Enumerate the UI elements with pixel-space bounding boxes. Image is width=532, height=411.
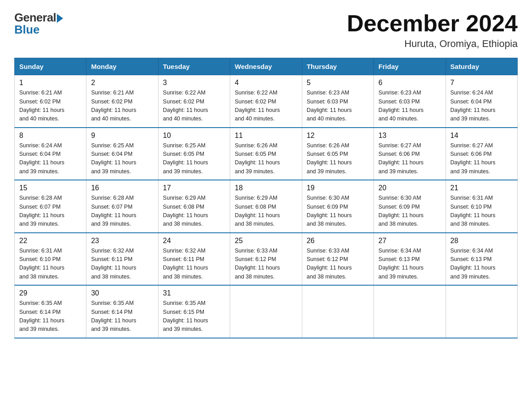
day-info: Sunrise: 6:31 AMSunset: 6:10 PMDaylight:… [19, 247, 82, 282]
month-title: December 2024 [347, 11, 518, 36]
day-cell [230, 285, 302, 338]
day-number: 22 [19, 237, 82, 245]
day-cell: 13 Sunrise: 6:27 AMSunset: 6:06 PMDaylig… [374, 128, 446, 180]
calendar-header: SundayMondayTuesdayWednesdayThursdayFrid… [15, 58, 518, 75]
day-cell: 22 Sunrise: 6:31 AMSunset: 6:10 PMDaylig… [15, 233, 86, 286]
day-cell: 9 Sunrise: 6:25 AMSunset: 6:04 PMDayligh… [86, 128, 158, 180]
day-cell: 31 Sunrise: 6:35 AMSunset: 6:15 PMDaylig… [158, 285, 230, 338]
day-cell: 6 Sunrise: 6:23 AMSunset: 6:03 PMDayligh… [374, 75, 446, 128]
day-number: 14 [450, 132, 513, 140]
day-cell [302, 285, 373, 338]
header-cell-friday: Friday [374, 58, 446, 75]
day-info: Sunrise: 6:33 AMSunset: 6:12 PMDaylight:… [235, 247, 297, 282]
day-cell: 1 Sunrise: 6:21 AMSunset: 6:02 PMDayligh… [15, 75, 86, 128]
day-number: 4 [235, 79, 297, 87]
day-cell: 30 Sunrise: 6:35 AMSunset: 6:14 PMDaylig… [86, 285, 158, 338]
day-number: 11 [235, 132, 297, 140]
day-info: Sunrise: 6:28 AMSunset: 6:07 PMDaylight:… [91, 194, 153, 229]
day-cell: 18 Sunrise: 6:29 AMSunset: 6:08 PMDaylig… [230, 180, 302, 233]
day-info: Sunrise: 6:34 AMSunset: 6:13 PMDaylight:… [378, 247, 441, 282]
day-info: Sunrise: 6:35 AMSunset: 6:14 PMDaylight:… [19, 299, 82, 334]
header-cell-thursday: Thursday [302, 58, 373, 75]
day-cell: 2 Sunrise: 6:21 AMSunset: 6:02 PMDayligh… [86, 75, 158, 128]
header-cell-wednesday: Wednesday [230, 58, 302, 75]
day-cell: 7 Sunrise: 6:24 AMSunset: 6:04 PMDayligh… [446, 75, 517, 128]
day-info: Sunrise: 6:34 AMSunset: 6:13 PMDaylight:… [450, 247, 513, 282]
day-cell: 8 Sunrise: 6:24 AMSunset: 6:04 PMDayligh… [15, 128, 86, 180]
day-number: 19 [307, 184, 369, 192]
location-title: Huruta, Oromiya, Ethiopia [347, 38, 518, 50]
day-cell [374, 285, 446, 338]
day-number: 31 [163, 289, 225, 297]
day-number: 27 [378, 237, 441, 245]
week-row-4: 22 Sunrise: 6:31 AMSunset: 6:10 PMDaylig… [15, 233, 518, 286]
day-info: Sunrise: 6:29 AMSunset: 6:08 PMDaylight:… [235, 194, 297, 229]
logo-arrow-icon [57, 14, 63, 23]
day-cell: 5 Sunrise: 6:23 AMSunset: 6:03 PMDayligh… [302, 75, 373, 128]
day-number: 29 [19, 289, 82, 297]
day-cell: 11 Sunrise: 6:26 AMSunset: 6:05 PMDaylig… [230, 128, 302, 180]
day-info: Sunrise: 6:24 AMSunset: 6:04 PMDaylight:… [19, 141, 82, 176]
day-cell: 25 Sunrise: 6:33 AMSunset: 6:12 PMDaylig… [230, 233, 302, 286]
day-cell: 16 Sunrise: 6:28 AMSunset: 6:07 PMDaylig… [86, 180, 158, 233]
day-info: Sunrise: 6:26 AMSunset: 6:05 PMDaylight:… [235, 141, 297, 176]
day-cell [446, 285, 517, 338]
day-number: 21 [450, 184, 513, 192]
day-cell: 14 Sunrise: 6:27 AMSunset: 6:06 PMDaylig… [446, 128, 517, 180]
day-cell: 23 Sunrise: 6:32 AMSunset: 6:11 PMDaylig… [86, 233, 158, 286]
week-row-2: 8 Sunrise: 6:24 AMSunset: 6:04 PMDayligh… [15, 128, 518, 180]
day-cell: 10 Sunrise: 6:25 AMSunset: 6:05 PMDaylig… [158, 128, 230, 180]
day-info: Sunrise: 6:21 AMSunset: 6:02 PMDaylight:… [19, 89, 82, 124]
day-info: Sunrise: 6:32 AMSunset: 6:11 PMDaylight:… [91, 247, 153, 282]
week-row-5: 29 Sunrise: 6:35 AMSunset: 6:14 PMDaylig… [15, 285, 518, 338]
day-cell: 26 Sunrise: 6:33 AMSunset: 6:12 PMDaylig… [302, 233, 373, 286]
day-number: 18 [235, 184, 297, 192]
day-number: 23 [91, 237, 153, 245]
day-number: 20 [378, 184, 441, 192]
day-number: 28 [450, 237, 513, 245]
day-info: Sunrise: 6:30 AMSunset: 6:09 PMDaylight:… [307, 194, 369, 229]
day-number: 3 [163, 79, 225, 87]
day-number: 12 [307, 132, 369, 140]
day-cell: 12 Sunrise: 6:26 AMSunset: 6:05 PMDaylig… [302, 128, 373, 180]
day-cell: 17 Sunrise: 6:29 AMSunset: 6:08 PMDaylig… [158, 180, 230, 233]
day-number: 1 [19, 79, 82, 87]
header-cell-sunday: Sunday [15, 58, 86, 75]
header-row: SundayMondayTuesdayWednesdayThursdayFrid… [15, 58, 518, 75]
day-info: Sunrise: 6:23 AMSunset: 6:03 PMDaylight:… [307, 89, 369, 124]
day-info: Sunrise: 6:25 AMSunset: 6:04 PMDaylight:… [91, 141, 153, 176]
day-info: Sunrise: 6:35 AMSunset: 6:14 PMDaylight:… [91, 299, 153, 334]
day-cell: 29 Sunrise: 6:35 AMSunset: 6:14 PMDaylig… [15, 285, 86, 338]
day-info: Sunrise: 6:30 AMSunset: 6:09 PMDaylight:… [378, 194, 441, 229]
day-number: 2 [91, 79, 153, 87]
day-number: 9 [91, 132, 153, 140]
day-info: Sunrise: 6:22 AMSunset: 6:02 PMDaylight:… [235, 89, 297, 124]
day-number: 26 [307, 237, 369, 245]
day-info: Sunrise: 6:35 AMSunset: 6:15 PMDaylight:… [163, 299, 225, 334]
day-number: 10 [163, 132, 225, 140]
page-header: General Blue December 2024 Huruta, Oromi… [14, 11, 518, 50]
header-cell-tuesday: Tuesday [158, 58, 230, 75]
day-cell: 27 Sunrise: 6:34 AMSunset: 6:13 PMDaylig… [374, 233, 446, 286]
calendar-body: 1 Sunrise: 6:21 AMSunset: 6:02 PMDayligh… [15, 75, 518, 338]
day-info: Sunrise: 6:27 AMSunset: 6:06 PMDaylight:… [378, 141, 441, 176]
logo: General Blue [14, 11, 63, 37]
logo-blue-text: Blue [14, 23, 39, 37]
day-info: Sunrise: 6:29 AMSunset: 6:08 PMDaylight:… [163, 194, 225, 229]
day-cell: 19 Sunrise: 6:30 AMSunset: 6:09 PMDaylig… [302, 180, 373, 233]
day-info: Sunrise: 6:25 AMSunset: 6:05 PMDaylight:… [163, 141, 225, 176]
day-number: 13 [378, 132, 441, 140]
day-info: Sunrise: 6:28 AMSunset: 6:07 PMDaylight:… [19, 194, 82, 229]
day-number: 5 [307, 79, 369, 87]
calendar-table: SundayMondayTuesdayWednesdayThursdayFrid… [14, 58, 518, 338]
day-number: 16 [91, 184, 153, 192]
day-cell: 21 Sunrise: 6:31 AMSunset: 6:10 PMDaylig… [446, 180, 517, 233]
day-info: Sunrise: 6:31 AMSunset: 6:10 PMDaylight:… [450, 194, 513, 229]
day-number: 17 [163, 184, 225, 192]
day-number: 7 [450, 79, 513, 87]
day-info: Sunrise: 6:22 AMSunset: 6:02 PMDaylight:… [163, 89, 225, 124]
day-cell: 15 Sunrise: 6:28 AMSunset: 6:07 PMDaylig… [15, 180, 86, 233]
week-row-1: 1 Sunrise: 6:21 AMSunset: 6:02 PMDayligh… [15, 75, 518, 128]
day-number: 15 [19, 184, 82, 192]
day-number: 25 [235, 237, 297, 245]
